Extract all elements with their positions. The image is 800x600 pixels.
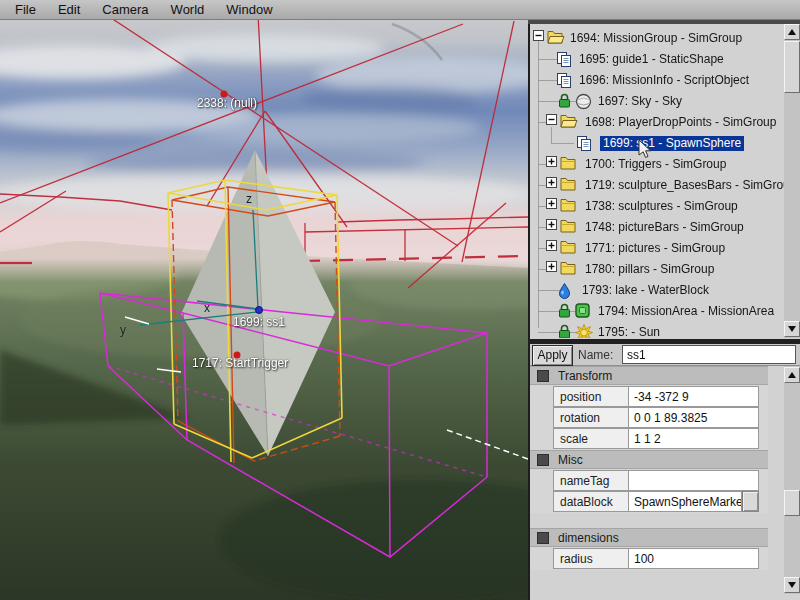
inspector-sections: Transformposition-34 -372 9rotation0 0 1…	[530, 366, 768, 570]
expander-plus-icon[interactable]	[546, 240, 557, 251]
expander-plus-icon[interactable]	[546, 177, 557, 188]
sky-icon	[575, 93, 592, 110]
expander-plus-icon[interactable]	[546, 219, 557, 230]
section-toggle-icon[interactable]	[537, 370, 549, 382]
sun-icon	[575, 324, 593, 338]
folder-closed-icon	[560, 219, 578, 234]
tree-item-label[interactable]: 1771: pictures - SimGroup	[585, 241, 725, 255]
section-rows: position-34 -372 9rotation0 0 1 89.3825s…	[530, 385, 768, 450]
tree-row[interactable]: 1771: pictures - SimGroup	[530, 238, 783, 259]
name-input[interactable]	[622, 345, 796, 364]
property-value-field[interactable]: -34 -372 9	[629, 386, 759, 407]
object-label-2: 1717: StartTrigger	[192, 356, 288, 370]
tree-row[interactable]: 1695: guide1 - StaticShape	[530, 49, 783, 70]
section-title: Transform	[558, 369, 612, 383]
pages-icon	[576, 135, 593, 152]
lock-icon	[558, 93, 571, 108]
pages-icon	[556, 72, 573, 89]
tree-row[interactable]: 1793: lake - WaterBlock	[530, 280, 783, 301]
tree-scroll-up-button[interactable]	[784, 24, 800, 40]
tree-item-label[interactable]: 1780: pillars - SimGroup	[585, 262, 714, 276]
tree-connector	[551, 143, 574, 144]
arrow-up-icon	[788, 372, 796, 378]
tree-item-label[interactable]: 1795: - Sun	[598, 325, 660, 338]
tree-item-label[interactable]: 1719: sculpture_BasesBars - SimGroup	[585, 178, 796, 192]
tree-item-label[interactable]: 1696: MissionInfo - ScriptObject	[579, 73, 749, 87]
tree-item-label[interactable]: 1695: guide1 - StaticShape	[579, 52, 724, 66]
section-header-Transform[interactable]: Transform	[530, 366, 768, 385]
property-value-field[interactable]: 1 1 2	[629, 428, 759, 449]
inspector-body: Transformposition-34 -372 9rotation0 0 1…	[530, 366, 784, 600]
expander-minus-icon[interactable]	[546, 114, 557, 125]
menu-item-camera[interactable]: Camera	[91, 0, 159, 19]
folder-open-icon	[547, 30, 565, 45]
world-editor-window: FileEditCameraWorldWindow	[0, 0, 800, 600]
property-value-field[interactable]	[629, 470, 759, 491]
expander-plus-icon[interactable]	[546, 261, 557, 272]
section-header-dimensions[interactable]: dimensions	[530, 528, 768, 547]
menu-item-edit[interactable]: Edit	[47, 0, 91, 19]
folder-closed-icon	[560, 261, 578, 276]
tree-item-label[interactable]: 1793: lake - WaterBlock	[582, 283, 709, 297]
section-rows: radius100	[530, 547, 768, 570]
tree-row[interactable]: 1700: Triggers - SimGroup	[530, 154, 783, 175]
expander-minus-icon[interactable]	[533, 30, 544, 41]
menu-item-world[interactable]: World	[160, 0, 216, 19]
tree-scroll-thumb[interactable]	[784, 41, 800, 93]
section-header-Misc[interactable]: Misc	[530, 450, 768, 469]
spawnsphere-dot	[256, 307, 263, 314]
tree-item-label[interactable]: 1697: Sky - Sky	[598, 94, 682, 108]
tree-row[interactable]: 1694: MissionGroup - SimGroup	[530, 28, 783, 49]
tree-item-label[interactable]: 1694: MissionGroup - SimGroup	[570, 31, 742, 45]
inspector-scroll-up-button[interactable]	[784, 367, 800, 383]
tree-scroll-down-button[interactable]	[784, 321, 800, 337]
menu-bar: FileEditCameraWorldWindow	[0, 0, 800, 20]
menu-item-window[interactable]: Window	[215, 0, 283, 19]
tree-item-label[interactable]: 1738: sculptures - SimGroup	[585, 199, 738, 213]
property-value-field[interactable]: 100	[629, 548, 759, 569]
apply-button[interactable]: Apply	[532, 345, 573, 366]
folder-closed-icon	[560, 177, 578, 192]
property-name: radius	[553, 548, 629, 569]
tree-row[interactable]: 1795: - Sun	[530, 322, 783, 338]
property-value-field[interactable]: SpawnSphereMarker	[629, 491, 742, 512]
water-drop-icon	[557, 282, 572, 299]
section-title: dimensions	[558, 531, 619, 545]
tree-item-label-selected[interactable]: 1699: ss1 - SpawnSphere	[600, 136, 744, 151]
tree-row[interactable]: 1697: Sky - Sky	[530, 91, 783, 112]
tree-row[interactable]: 1794: MissionArea - MissionArea	[530, 301, 783, 322]
inspector-scroll-down-button[interactable]	[784, 577, 800, 593]
arrow-down-icon	[788, 582, 796, 588]
axis-label-x: x	[204, 301, 210, 315]
tree-item-label[interactable]: 1700: Triggers - SimGroup	[585, 157, 726, 171]
property-name: nameTag	[553, 470, 629, 491]
section-toggle-icon[interactable]	[537, 454, 549, 466]
tree-item-label[interactable]: 1748: pictureBars - SimGroup	[585, 220, 744, 234]
tree-row[interactable]: 1748: pictureBars - SimGroup	[530, 217, 783, 238]
inspector-scroll-thumb[interactable]	[784, 490, 800, 516]
property-name: position	[553, 386, 629, 407]
section-toggle-icon[interactable]	[537, 532, 549, 544]
tree-row[interactable]: 1719: sculpture_BasesBars - SimGroup	[530, 175, 783, 196]
expander-plus-icon[interactable]	[546, 156, 557, 167]
tree-item-label[interactable]: 1698: PlayerDropPoints - SimGroup	[585, 115, 776, 129]
tree-scrollbar[interactable]	[784, 24, 800, 338]
viewport-3d-scene	[0, 20, 528, 600]
tree-row[interactable]: 1780: pillars - SimGroup	[530, 259, 783, 280]
menu-item-file[interactable]: File	[4, 0, 47, 19]
viewport-3d[interactable]: 2338: (null)1699: ss11717: StartTriggerz…	[0, 20, 528, 600]
name-label: Name:	[578, 348, 613, 362]
datablock-picker-button[interactable]	[742, 491, 759, 512]
section-spacer	[530, 513, 768, 528]
inspector-scrollbar[interactable]	[784, 366, 800, 594]
tree-row[interactable]: 1698: PlayerDropPoints - SimGroup	[530, 112, 783, 133]
property-row-scale: scale1 1 2	[553, 428, 759, 449]
tree-row[interactable]: 1696: MissionInfo - ScriptObject	[530, 70, 783, 91]
property-row-dataBlock: dataBlockSpawnSphereMarker	[553, 491, 759, 512]
tree-item-label[interactable]: 1794: MissionArea - MissionArea	[598, 304, 774, 318]
tree-row[interactable]: 1699: ss1 - SpawnSphere	[530, 133, 783, 154]
tree-row[interactable]: 1738: sculptures - SimGroup	[530, 196, 783, 217]
arrow-up-icon	[788, 29, 796, 35]
property-value-field[interactable]: 0 0 1 89.3825	[629, 407, 759, 428]
expander-plus-icon[interactable]	[546, 198, 557, 209]
